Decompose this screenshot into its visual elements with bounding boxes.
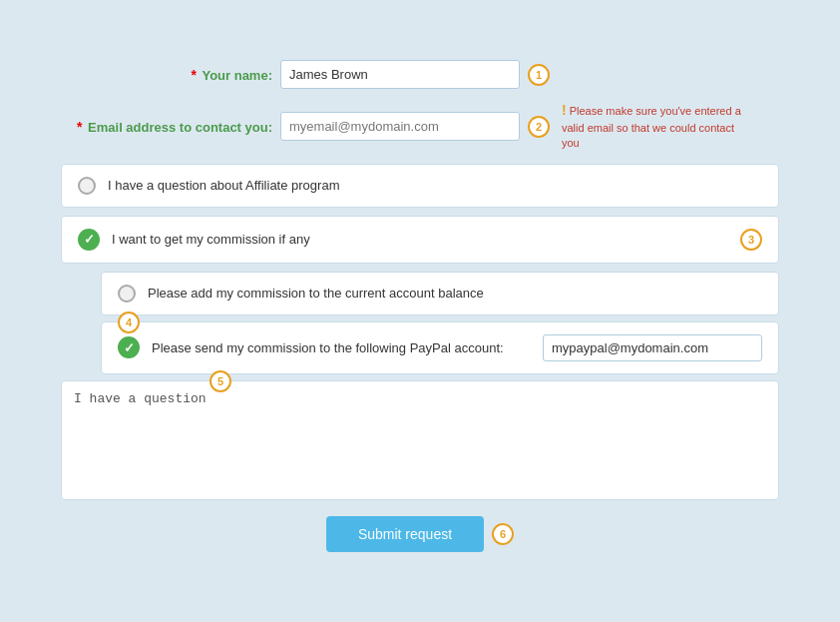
radio-balance[interactable] bbox=[118, 285, 136, 303]
badge-6: 6 bbox=[492, 523, 514, 545]
required-star-name: * bbox=[192, 67, 197, 83]
warning-text: Please make sure you've entered a valid … bbox=[562, 105, 741, 149]
option2-box[interactable]: ✓ I want to get my commission if any 3 bbox=[61, 216, 779, 264]
radio-affiliate[interactable] bbox=[78, 177, 96, 195]
option1-text: I have a question about Affiliate progra… bbox=[108, 178, 762, 193]
check-commission[interactable]: ✓ bbox=[78, 229, 100, 251]
warning-icon: ! bbox=[562, 102, 567, 118]
name-label-text: Your name: bbox=[202, 68, 272, 83]
badge-5: 5 bbox=[210, 370, 231, 392]
badge-1: 1 bbox=[528, 64, 550, 86]
question-textarea[interactable]: I have a question bbox=[74, 391, 766, 481]
main-container: * Your name: 1 * Email address to contac… bbox=[31, 40, 809, 581]
paypal-row: Please send my commission to the followi… bbox=[152, 334, 762, 361]
submit-button[interactable]: Submit request bbox=[326, 516, 484, 552]
paypal-input[interactable] bbox=[543, 334, 762, 361]
sub-option2-text: Please send my commission to the followi… bbox=[152, 340, 533, 355]
check-paypal[interactable]: ✓ bbox=[118, 336, 140, 358]
badge-3: 3 bbox=[740, 229, 762, 251]
sub-option1-box[interactable]: Please add my commission to the current … bbox=[101, 272, 779, 315]
email-label: * Email address to contact you: bbox=[61, 119, 280, 135]
sub-option1-text: Please add my commission to the current … bbox=[148, 286, 762, 301]
email-label-text: Email address to contact you: bbox=[88, 120, 272, 135]
email-field-row: * Email address to contact you: 2 !Pleas… bbox=[61, 101, 779, 151]
name-input[interactable] bbox=[280, 60, 520, 89]
required-star-email: * bbox=[77, 119, 82, 135]
name-field-row: * Your name: 1 bbox=[61, 60, 779, 89]
submit-row: Submit request 6 bbox=[61, 516, 779, 552]
badge-4: 4 bbox=[118, 311, 140, 333]
name-label: * Your name: bbox=[61, 67, 280, 83]
question-textarea-box: 5 I have a question bbox=[61, 380, 779, 500]
option2-text: I want to get my commission if any bbox=[112, 232, 732, 247]
email-warning: !Please make sure you've entered a valid… bbox=[562, 101, 741, 151]
sub-options-section: Please add my commission to the current … bbox=[71, 272, 779, 374]
sub-option2-box[interactable]: 4 ✓ Please send my commission to the fol… bbox=[101, 321, 779, 374]
badge-2: 2 bbox=[528, 116, 550, 138]
option1-box[interactable]: I have a question about Affiliate progra… bbox=[61, 164, 779, 208]
email-input[interactable] bbox=[280, 112, 520, 141]
